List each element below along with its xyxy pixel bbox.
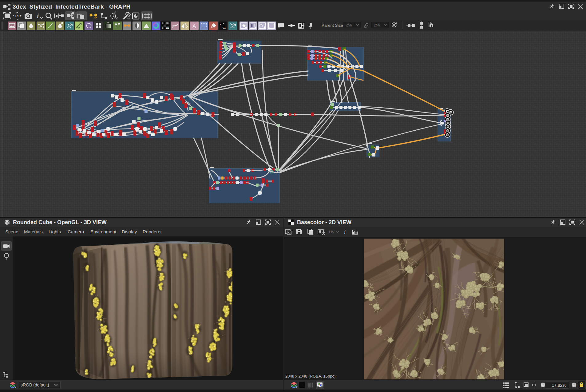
svg-text:i: i	[344, 229, 346, 235]
svg-text:01: 01	[166, 26, 169, 29]
svg-text:01: 01	[223, 26, 226, 29]
svg-text:A: A	[192, 23, 196, 29]
svg-text:UV: UV	[329, 230, 335, 234]
